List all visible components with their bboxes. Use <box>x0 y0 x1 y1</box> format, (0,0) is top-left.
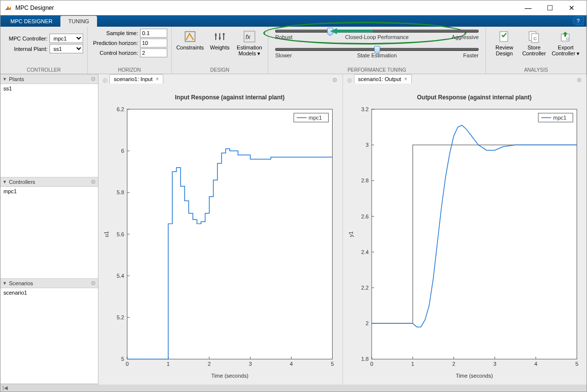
group-analysis-label: ANALYSIS <box>490 66 582 74</box>
chevron-down-icon: ▼ <box>2 281 7 286</box>
close-icon[interactable]: × <box>404 76 407 83</box>
gear-icon[interactable]: ◎ <box>100 77 109 84</box>
sample-time-input[interactable] <box>140 29 167 38</box>
slider1-left-label: Robust <box>275 34 293 40</box>
svg-text:3: 3 <box>493 361 496 367</box>
scenarios-header[interactable]: ▼Scenarios⚙ <box>0 278 98 288</box>
prediction-horizon-label: Prediction horizon: <box>93 40 138 46</box>
svg-text:4: 4 <box>534 361 537 367</box>
mpc-controller-label: MPC Controller: <box>9 36 48 42</box>
input-plot-tab[interactable]: scenario1: Input× <box>109 74 163 84</box>
prediction-horizon-input[interactable] <box>140 39 167 47</box>
svg-text:2: 2 <box>452 361 455 367</box>
internal-plant-label: Internal Plant: <box>14 46 48 52</box>
svg-text:5: 5 <box>121 356 124 362</box>
svg-text:C: C <box>534 36 537 41</box>
input-plot[interactable]: 01234555.25.45.65.866.2Input Response (a… <box>98 84 342 385</box>
svg-text:Time (seconds): Time (seconds) <box>211 373 248 379</box>
svg-text:5.2: 5.2 <box>117 314 124 320</box>
plants-item[interactable]: ss1 <box>0 84 98 93</box>
svg-text:2: 2 <box>208 361 211 367</box>
weights-button[interactable]: Weights <box>205 29 234 56</box>
svg-text:5: 5 <box>331 361 334 367</box>
window-title: MPC Designer <box>15 4 517 11</box>
side-panel: ▼Plants⚙ ss1 ▼Controllers⚙ mpc1 ▼Scenari… <box>0 74 98 384</box>
slider2-left-label: Slower <box>275 52 292 58</box>
gear-icon[interactable]: ⚙ <box>91 280 96 287</box>
gear-icon[interactable]: ⚙ <box>91 76 96 83</box>
svg-text:1: 1 <box>411 361 414 367</box>
svg-text:Input Response (against intern: Input Response (against internal plant) <box>175 94 285 101</box>
controllers-header[interactable]: ▼Controllers⚙ <box>0 177 98 187</box>
svg-text:6.2: 6.2 <box>117 106 124 112</box>
svg-text:1: 1 <box>167 361 170 367</box>
constraints-icon <box>183 30 197 44</box>
maximize-button[interactable]: ☐ <box>539 1 561 15</box>
svg-text:5.6: 5.6 <box>117 231 124 237</box>
svg-text:2.8: 2.8 <box>361 177 368 183</box>
tab-tuning[interactable]: TUNING <box>60 16 97 27</box>
output-plot[interactable]: 0123451.822.22.42.62.833.2Output Respons… <box>343 84 587 385</box>
group-tuning-label: PERFORMANCE TUNING <box>275 66 479 74</box>
estimation-models-button[interactable]: fx Estimation Models ▾ <box>235 29 264 56</box>
svg-text:0: 0 <box>126 361 129 367</box>
svg-text:fx: fx <box>245 33 251 41</box>
svg-text:3: 3 <box>249 361 252 367</box>
svg-point-3 <box>223 33 225 35</box>
tab-mpc-designer[interactable]: MPC DESIGNER <box>2 16 60 27</box>
plot-area: ◎ scenario1: Input× ⚙ 01234555.25.45.65.… <box>98 74 587 384</box>
svg-text:3: 3 <box>365 142 368 148</box>
svg-text:3.2: 3.2 <box>361 106 368 112</box>
svg-text:Time (seconds): Time (seconds) <box>455 373 492 379</box>
help-button[interactable]: ? <box>573 16 584 25</box>
gear-icon[interactable]: ◎ <box>345 77 354 84</box>
toolstrip-tabs: MPC DESIGNER TUNING ? <box>0 15 587 27</box>
review-design-button[interactable]: Review Design <box>490 29 519 56</box>
svg-text:6: 6 <box>121 148 124 154</box>
plants-header[interactable]: ▼Plants⚙ <box>0 74 98 84</box>
group-design-label: DESIGN <box>176 66 264 74</box>
performance-tuning-group: Robust Closed-Loop Performance Aggressiv… <box>268 27 486 74</box>
control-horizon-label: Control horizon: <box>99 50 138 56</box>
svg-point-2 <box>219 37 221 39</box>
export-controller-button[interactable]: C Export Controller ▾ <box>549 29 582 56</box>
svg-text:C: C <box>566 37 569 41</box>
closed-loop-slider-thumb[interactable] <box>327 28 333 36</box>
svg-text:2: 2 <box>365 320 368 326</box>
state-estimation-slider[interactable] <box>275 48 479 51</box>
chevron-down-icon: ▼ <box>2 77 7 82</box>
export-icon: C <box>559 30 573 44</box>
title-bar: MPC Designer — ☐ ✕ <box>0 0 587 15</box>
chevron-down-icon: ▼ <box>2 179 7 184</box>
controllers-item[interactable]: mpc1 <box>0 187 98 196</box>
svg-rect-14 <box>127 109 333 359</box>
svg-text:4: 4 <box>290 361 293 367</box>
svg-text:2.6: 2.6 <box>361 214 368 219</box>
gear-icon[interactable]: ⚙ <box>331 77 340 84</box>
svg-text:2.4: 2.4 <box>361 249 368 255</box>
previous-button[interactable]: |◀ <box>2 385 8 391</box>
svg-text:mpc1: mpc1 <box>309 115 322 121</box>
internal-plant-select[interactable]: ss1 <box>49 44 83 53</box>
fx-icon: fx <box>243 30 256 44</box>
scenarios-item[interactable]: scenario1 <box>0 288 98 297</box>
svg-point-1 <box>215 34 217 36</box>
close-button[interactable]: ✕ <box>561 1 583 15</box>
svg-rect-47 <box>371 109 577 359</box>
gear-icon[interactable]: ⚙ <box>91 178 96 185</box>
weights-icon <box>213 30 227 44</box>
mpc-controller-select[interactable]: mpc1 <box>49 34 83 43</box>
workspace: ▼Plants⚙ ss1 ▼Controllers⚙ mpc1 ▼Scenari… <box>0 74 587 384</box>
slider2-right-label: Faster <box>463 52 479 58</box>
closed-loop-slider[interactable] <box>275 30 479 33</box>
minimize-button[interactable]: — <box>517 1 539 15</box>
output-plot-tab[interactable]: scenario1: Output× <box>354 74 412 84</box>
gear-icon[interactable]: ⚙ <box>575 77 584 84</box>
store-controller-button[interactable]: C Store Controller <box>520 29 548 56</box>
constraints-button[interactable]: Constraints <box>176 29 204 56</box>
group-controller-label: CONTROLLER <box>4 66 83 74</box>
control-horizon-input[interactable] <box>140 48 167 57</box>
slider1-center-label: Closed-Loop Performance <box>345 34 408 40</box>
close-icon[interactable]: × <box>155 76 159 83</box>
svg-text:5.8: 5.8 <box>117 189 124 195</box>
